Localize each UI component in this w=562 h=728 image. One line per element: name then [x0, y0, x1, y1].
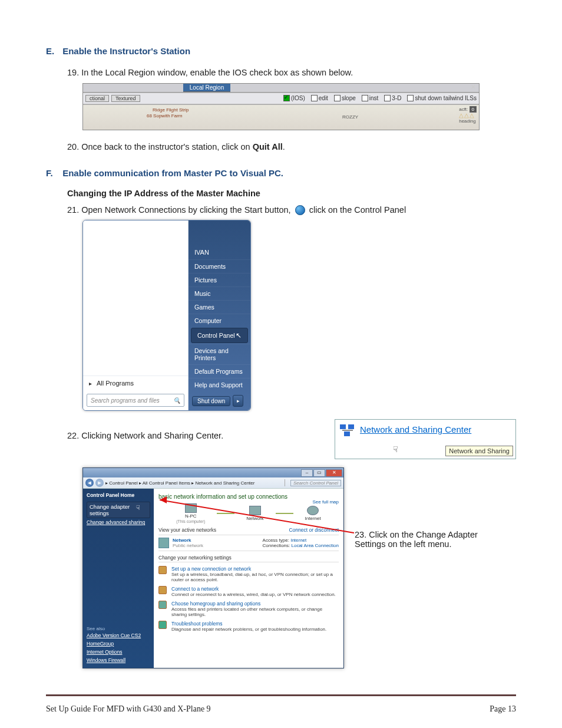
sm-music[interactable]: Music [189, 286, 250, 300]
nsc-heading: basic network information and set up con… [158, 493, 339, 500]
task-connect-network[interactable]: Connect to a networkConnect or reconnect… [158, 586, 339, 597]
shutdown-ils-checkbox[interactable]: shut down tailwind ILSs [407, 95, 477, 101]
step-20-pre: Once back to the instructor's station, c… [81, 142, 252, 151]
section-f-heading: F. Enable communication from Master PC t… [46, 168, 516, 178]
network-name[interactable]: Network [173, 538, 203, 543]
ios-checkbox[interactable]: (IOS) [283, 95, 305, 101]
checkbox-icon [407, 95, 414, 101]
pc-icon [185, 503, 197, 513]
checkbox-icon [334, 95, 340, 101]
nsc-sidebar: Control Panel Home Change adapter settin… [83, 489, 154, 668]
control-panel-home[interactable]: Control Panel Home [87, 492, 150, 498]
textured-tab[interactable]: Textured [111, 95, 140, 102]
local-region-map: Ridge Flight Strip 68 Sopwith Farm ROZZY… [83, 104, 479, 130]
connect-disconnect-link[interactable]: Connect or disconnect [289, 527, 339, 533]
map-label-ridge: Ridge Flight Strip [153, 107, 189, 113]
minimize-button[interactable]: – [301, 469, 313, 477]
step-19: 19. In the Local Region window, enable t… [67, 67, 516, 80]
step-23: 23. Click on the Change Adapter Settings… [355, 530, 491, 549]
shutdown-button[interactable]: Shut down [192, 396, 230, 406]
see-also-adobe[interactable]: Adobe Version Cue CS2 [87, 633, 150, 638]
step-19-text: In the Local Region window, enable the I… [81, 68, 353, 77]
see-also-internet-options[interactable]: Internet Options [87, 649, 150, 655]
search-icon: 🔍 [173, 397, 180, 404]
nsc-titlebar: – ▭ ✕ [83, 468, 343, 477]
network-sharing-center-window: – ▭ ✕ ◄ ► ▸ Control Panel ▸ All Control … [82, 467, 344, 668]
shutdown-arrow-button[interactable]: ▸ [233, 395, 243, 407]
close-icon[interactable]: ✕ [471, 84, 477, 90]
edit-checkbox[interactable]: edit [311, 95, 328, 101]
maximize-button[interactable]: ▭ [313, 469, 325, 477]
view-active-networks-label: View your active networks Connect or dis… [158, 527, 339, 533]
step-22-text: Clicking Network and Sharing Center. [81, 431, 223, 440]
nav-back-button[interactable]: ◄ [85, 479, 94, 487]
step-21: 21. Open Network Connections by clicking… [67, 204, 516, 217]
start-menu-right-pane: IVAN Documents Pictures Music Games Comp… [189, 220, 250, 410]
sectional-tab[interactable]: ctional [85, 95, 109, 102]
search-placeholder: Search programs and files [91, 397, 160, 404]
step-20-num: 20. [67, 142, 79, 151]
breadcrumb[interactable]: ▸ Control Panel ▸ All Control Panel Item… [105, 480, 283, 486]
hand-cursor-icon: ☟ [136, 504, 140, 512]
change-networking-settings-label: Change your networking settings [158, 555, 339, 562]
sm-documents[interactable]: Documents [189, 259, 250, 273]
slope-checkbox[interactable]: slope [334, 95, 356, 101]
step-23-text: Click on the Change Adapter Settings on … [355, 530, 478, 549]
all-programs-item[interactable]: All Programs [83, 375, 188, 390]
local-region-window: Local Region ✕ ctional Textured (IOS) ed… [82, 83, 480, 130]
local-region-titlebar: Local Region [183, 84, 230, 92]
sm-devices[interactable]: Devices and Printers [189, 344, 250, 364]
task-icon [158, 621, 167, 629]
sm-control-panel[interactable]: Control Panel ↖ [191, 328, 248, 343]
page-footer: Set Up Guide For MFD with G430 and X-Pla… [46, 704, 516, 714]
sm-games[interactable]: Games [189, 300, 250, 314]
network-type: Public network [173, 543, 203, 548]
see-also-homegroup[interactable]: HomeGroup [87, 641, 150, 647]
network-sharing-tooltip: Network and Sharing [445, 446, 513, 456]
checkbox-icon [362, 95, 368, 101]
nsc-main-pane: basic network information and set up con… [154, 489, 343, 668]
section-e-heading: E. Enable the Instructor's Station [46, 46, 516, 56]
see-full-map-link[interactable]: See full map [313, 499, 339, 505]
triangle-icons: △△△ [459, 112, 477, 118]
sm-help[interactable]: Help and Support [189, 378, 250, 391]
local-area-connection-link[interactable]: Local Area Connection [292, 543, 339, 548]
network-sharing-link[interactable]: Network and Sharing Center [360, 424, 471, 434]
task-homegroup[interactable]: Choose homegroup and sharing optionsAcce… [158, 601, 339, 617]
nsc-nav-bar: ◄ ► ▸ Control Panel ▸ All Control Panel … [83, 477, 343, 489]
sm-defaults[interactable]: Default Programs [189, 364, 250, 378]
sm-pictures[interactable]: Pictures [189, 273, 250, 286]
network-icon [249, 506, 261, 515]
section-f-letter: F. [46, 168, 60, 178]
step-22-num: 22. [67, 431, 79, 440]
step-21-pre: Open Network Connections by clicking the… [81, 205, 290, 215]
step-19-num: 19. [67, 68, 79, 77]
checkbox-icon [311, 95, 318, 101]
checkbox-icon [384, 95, 391, 101]
close-button[interactable]: ✕ [326, 469, 342, 477]
section-e-title: Enable the Instructor's Station [62, 46, 190, 56]
shutdown-group: Shut down ▸ [192, 395, 247, 407]
footer-page: Page 13 [490, 704, 516, 714]
nsc-search-input[interactable]: Search Control Panel [290, 480, 341, 486]
see-also-windows-firewall[interactable]: Windows Firewall [87, 657, 150, 663]
task-troubleshoot[interactable]: Troubleshoot problemsDiagnose and repair… [158, 621, 339, 632]
step-21-post: click on the Control Panel [309, 205, 406, 215]
step-21-num: 21. [67, 205, 79, 215]
globe-icon [307, 506, 319, 515]
task-icon [158, 586, 167, 594]
inst-checkbox[interactable]: inst [362, 95, 379, 101]
map-label-rozzy: ROZZY [342, 114, 358, 120]
change-adapter-settings-link[interactable]: Change adapter settings ☟ [87, 502, 150, 518]
task-setup-connection[interactable]: Set up a new connection or networkSet up… [158, 566, 339, 582]
windows-start-orb-icon [295, 205, 305, 215]
start-menu-username: IVAN [189, 246, 250, 259]
3d-checkbox[interactable]: 3-D [384, 95, 401, 101]
sm-computer[interactable]: Computer [189, 314, 250, 327]
change-advanced-sharing-link[interactable]: Change advanced sharing [87, 519, 150, 525]
hand-cursor-icon: ☟ [393, 444, 398, 454]
step-20-post: . [283, 142, 285, 151]
nav-forward-button[interactable]: ► [95, 479, 104, 487]
start-menu: All Programs Search programs and files 🔍… [82, 220, 251, 411]
search-input[interactable]: Search programs and files 🔍 [87, 394, 184, 407]
